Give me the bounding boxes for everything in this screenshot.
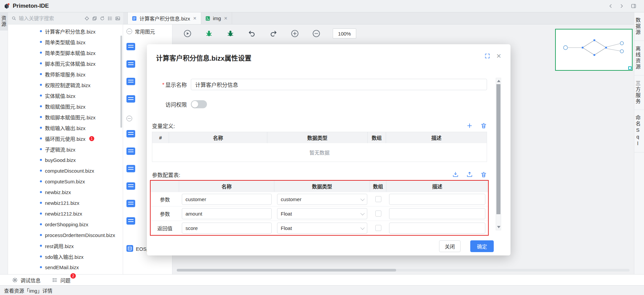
- debug-settings-bug-icon[interactable]: [225, 28, 235, 39]
- tree-item[interactable]: sdo输入输出.bizx: [8, 251, 123, 262]
- chevron-down-icon: [361, 225, 365, 230]
- param-desc-input[interactable]: [389, 223, 485, 234]
- tree-item[interactable]: newbiz1212.bizx: [8, 208, 123, 219]
- nav-back-icon[interactable]: [608, 3, 614, 9]
- tab-img-file[interactable]: img ×: [201, 12, 232, 24]
- tree-item-label: 简单类型脚本赋值.bizx: [45, 49, 96, 56]
- array-checkbox[interactable]: [375, 225, 381, 231]
- tree-item[interactable]: orderShopping.bizx: [8, 219, 123, 230]
- col-header: #: [152, 132, 169, 143]
- layout-panel-icon[interactable]: [631, 3, 637, 9]
- ok-button[interactable]: 确定: [470, 240, 494, 252]
- param-name-input[interactable]: [182, 194, 272, 205]
- tab-bizx-file[interactable]: 计算客户积分信息.bizx ×: [127, 12, 201, 24]
- redo-button[interactable]: [268, 28, 278, 39]
- tree-item[interactable]: 子逻辑流.bizx: [8, 144, 123, 155]
- search-input[interactable]: [19, 15, 82, 21]
- tree-item[interactable]: 数组输入输出.bizx: [8, 122, 123, 133]
- delete-variable-icon[interactable]: [480, 122, 487, 129]
- display-name-input[interactable]: [191, 79, 487, 90]
- right-rail-tab[interactable]: 命名Sql: [634, 110, 644, 153]
- bullet-icon: [40, 62, 42, 64]
- right-rail-tab[interactable]: 数据源: [634, 12, 644, 41]
- tree-item[interactable]: 简单类型赋值.bizx: [8, 37, 123, 47]
- dialog-scrollbar-thumb[interactable]: [496, 84, 500, 214]
- bullet-icon: [40, 213, 42, 215]
- toggle-knob: [192, 101, 198, 108]
- right-rail-tab[interactable]: 三方服务: [634, 75, 644, 110]
- param-type-select[interactable]: Float: [277, 223, 367, 234]
- minimap[interactable]: [555, 29, 633, 71]
- scroll-up-arrow[interactable]: [497, 80, 500, 82]
- access-permission-toggle[interactable]: [191, 100, 207, 108]
- close-button[interactable]: 关闭: [439, 240, 461, 252]
- tree-item[interactable]: 权限控制逻辑流.bizx: [8, 79, 123, 90]
- locate-icon[interactable]: [84, 16, 90, 21]
- undo-button[interactable]: [247, 28, 257, 39]
- refresh-icon[interactable]: [100, 16, 105, 21]
- tree-item[interactable]: sendEMail.bizx: [8, 262, 123, 273]
- palette-item-icon: [126, 182, 135, 190]
- tab-close-icon[interactable]: ×: [193, 15, 197, 21]
- tree-item[interactable]: buyGood.bizx: [8, 155, 123, 165]
- tree-item[interactable]: computeDiscount.bizx: [8, 165, 123, 176]
- dialog-close-icon[interactable]: ×: [496, 53, 501, 59]
- palette-group-label: 常用图元: [135, 28, 155, 35]
- param-type-select[interactable]: Float: [277, 208, 367, 219]
- tree-item-label: newbiz1212.bizx: [45, 211, 82, 217]
- palette-group-header[interactable]: 常用图元: [126, 24, 172, 38]
- tree-item[interactable]: 脚本图元实体赋值.bizx: [8, 58, 123, 69]
- tree-item[interactable]: newbiz.bizx: [8, 187, 123, 197]
- param-name-input[interactable]: [182, 208, 272, 219]
- run-button[interactable]: [182, 28, 193, 39]
- add-variable-icon[interactable]: [466, 122, 473, 129]
- list-icon[interactable]: [107, 16, 113, 21]
- debug-info-tab[interactable]: 调试信息: [12, 277, 41, 284]
- param-name-input[interactable]: [182, 223, 272, 234]
- canvas-toolbar: 100%: [182, 28, 356, 39]
- zoom-out-button[interactable]: [311, 28, 321, 39]
- delete-params-icon[interactable]: [480, 171, 487, 178]
- array-checkbox[interactable]: [375, 211, 381, 217]
- collapse-icon[interactable]: [126, 28, 132, 34]
- tab-close-icon[interactable]: ×: [224, 15, 228, 21]
- zoom-in-button[interactable]: [290, 28, 300, 39]
- nav-forward-icon[interactable]: [619, 3, 625, 9]
- param-desc-input[interactable]: [389, 208, 485, 219]
- array-checkbox[interactable]: [375, 196, 381, 202]
- tree-item[interactable]: 数组赋值图元.bizx: [8, 101, 123, 112]
- import-params-icon[interactable]: [452, 171, 459, 178]
- fullscreen-icon[interactable]: [484, 53, 490, 59]
- issues-tab[interactable]: 问题 2: [52, 277, 70, 284]
- tree-item[interactable]: 实体赋值.bizx: [8, 90, 123, 101]
- param-desc-input[interactable]: [389, 194, 485, 205]
- tree-item[interactable]: rest调用.bizx: [8, 240, 123, 251]
- tree-item[interactable]: newbiz121.bizx: [8, 197, 123, 208]
- right-rail-tab[interactable]: 离线资源: [634, 41, 644, 75]
- tree-item[interactable]: computeSum.bizx: [8, 176, 123, 187]
- tree-item[interactable]: 教师新增服务.bizx: [8, 69, 123, 79]
- param-type-select[interactable]: customer: [277, 194, 367, 205]
- tree-item-label: rest调用.bizx: [45, 242, 74, 249]
- resources-rail-tab[interactable]: 资源: [0, 12, 8, 31]
- tree-item[interactable]: 简单类型脚本赋值.bizx: [8, 47, 123, 58]
- tree-item[interactable]: 循环图元使用.bizx 1: [8, 133, 123, 144]
- image-icon[interactable]: [115, 16, 120, 21]
- scroll-down-arrow[interactable]: [497, 226, 500, 228]
- properties-dialog: 计算客户积分信息.bizx属性设置 × *显示名称 访问权限 变量定义:: [147, 44, 511, 255]
- bullet-icon: [40, 73, 42, 75]
- col-header: 描述: [386, 181, 488, 192]
- tree-item[interactable]: 数组脚本赋值图元.bizx: [8, 112, 123, 122]
- debug-bug-icon[interactable]: [204, 28, 214, 39]
- collapse-icon[interactable]: [126, 116, 132, 121]
- tree-item[interactable]: 计算客户积分信息.bizx: [8, 26, 123, 37]
- collection-icon[interactable]: [92, 16, 97, 21]
- zoom-level-select[interactable]: 100%: [333, 28, 356, 39]
- bullet-icon: [40, 191, 42, 193]
- minimap-resize-handle[interactable]: [628, 66, 632, 70]
- horizontal-scrollbar-thumb[interactable]: [177, 269, 396, 272]
- tree-item[interactable]: processOrderItemDiscount.bizx: [8, 230, 123, 240]
- params-table-header: 名称 数据类型 数组 描述: [151, 181, 488, 192]
- export-params-icon[interactable]: [466, 171, 473, 178]
- sidebar-scrollbar-thumb[interactable]: [120, 36, 122, 128]
